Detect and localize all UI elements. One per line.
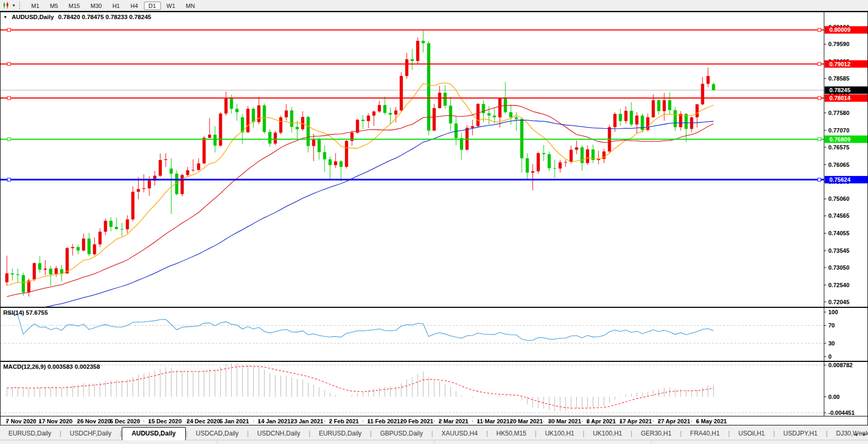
price-chart-canvas[interactable]: 0.801000.795900.790850.785850.780800.775… [1,12,868,307]
time-axis-label: 30 Mar 2021 [548,418,581,424]
time-axis[interactable]: 7 Nov 202017 Nov 202026 Nov 20205 Dec 20… [1,416,867,425]
rsi-indicator-label: RSI(14) 57.6755 [3,309,48,316]
time-axis-label: 2 Feb 2021 [329,418,359,424]
chart-tabs: EURUSD,Daily|USDCHF,Daily|AUDUSD,Daily|U… [0,427,868,440]
moving-averages [7,83,713,307]
chart-ohlc-values: 0.78420 0.78475 0.78233 0.78245 [58,14,151,20]
macd-canvas: 0.0087820.00-0.004451 [1,362,868,416]
svg-text:0.75624: 0.75624 [829,176,851,183]
chart-tab-usdchf-daily[interactable]: USDCHF,Daily [61,428,120,440]
svg-text:0.80009: 0.80009 [829,26,851,33]
chart-title: ▼ AUDUSD,Daily 0.78420 0.78475 0.78233 0… [3,14,151,20]
time-axis-label: 17 Nov 2020 [39,418,73,424]
timeframe-button-W1[interactable]: W1 [162,2,180,10]
svg-text:0.78245: 0.78245 [829,87,851,93]
timeframe-button-M30[interactable]: M30 [86,2,106,10]
svg-text:0.74565: 0.74565 [828,212,849,219]
tab-scroll-controls: ◄ ► [853,432,867,437]
chart-symbol-label: AUDUSD,Daily [12,14,54,20]
rsi-line [7,313,713,341]
svg-text:0.73545: 0.73545 [828,247,849,254]
time-axis-label: 8 Apr 2021 [586,418,616,424]
macd-pane[interactable]: MACD(12,26,9) 0.003583 0.002358 0.008782… [1,361,867,416]
time-axis-label: 20 Mar 2021 [510,418,542,424]
svg-text:0.79590: 0.79590 [828,41,849,47]
svg-text:0.73050: 0.73050 [828,264,849,271]
time-axis-label: 26 Nov 2020 [77,418,111,424]
chart-tab-hk50-m15[interactable]: HK50,M15 [488,428,535,440]
chart-tab-usoil-h1[interactable]: USOil,H1 [730,428,773,440]
chart-tab-ger30-h1[interactable]: GER30,H1 [632,428,680,440]
time-axis-label: 27 Apr 2021 [658,418,690,424]
timeframe-buttons: M1M5M15M30H1H4D1W1MN [26,1,200,10]
rsi-canvas: 10070300 [1,308,868,361]
mt4-terminal: ▼ M1M5M15M30H1H4D1W1MN ▼ AUDUSD,Daily 0.… [0,0,868,444]
svg-text:100: 100 [828,309,838,315]
svg-text:0.72045: 0.72045 [828,299,849,305]
rsi-pane[interactable]: RSI(14) 57.6755 10070300 [1,307,867,361]
timeframe-button-M1[interactable]: M1 [26,2,44,10]
macd-signal-line [7,366,713,408]
macd-indicator-label: MACD(12,26,9) 0.003583 0.002358 [3,363,100,370]
time-axis-label: 6 May 2021 [696,418,727,424]
time-axis-label: 24 Dec 2020 [187,418,220,424]
svg-text:0.76065: 0.76065 [828,162,849,168]
chart-cursor-icon[interactable] [1,1,11,10]
time-axis-label: 23 Jan 2021 [291,418,323,424]
status-separator [217,441,218,443]
timeframe-toolbar: ▼ M1M5M15M30H1H4D1W1MN [0,0,868,11]
chevron-down-icon[interactable]: ▼ [11,3,17,8]
chart-tab-usdjpy-h1[interactable]: USDJPY,H1 [775,428,826,440]
time-axis-label: 20 Feb 2021 [400,418,433,424]
svg-text:0.008782: 0.008782 [828,362,853,368]
status-bar [0,440,868,444]
chart-window: ▼ AUDUSD,Daily 0.78420 0.78475 0.78233 0… [0,11,868,425]
time-axis-label: 15 Dec 2020 [148,418,182,424]
candlesticks [5,30,715,296]
tab-scroll-left-icon[interactable]: ◄ [853,432,858,437]
toolbar-grip [19,2,23,9]
chart-dropdown-arrow[interactable]: ▼ [3,15,7,20]
svg-text:0.75060: 0.75060 [828,196,849,202]
timeframe-button-M5[interactable]: M5 [45,2,62,10]
mini-candles-icon [2,2,10,9]
svg-text:0.78014: 0.78014 [829,95,851,101]
svg-text:0.77070: 0.77070 [828,127,849,134]
time-axis-label: 14 Jan 2021 [258,418,291,424]
svg-text:70: 70 [828,322,835,328]
chart-tab-eurusd-daily[interactable]: EURUSD,Daily [0,428,60,440]
chart-tab-fra40-h1[interactable]: FRA40,H1 [682,428,728,440]
status-separator [434,441,435,443]
chart-tab-usdcad-daily[interactable]: USDCAD,Daily [187,428,247,440]
chart-tab-gbpusd-daily[interactable]: GBPUSD,Daily [372,428,431,440]
macd-histogram [7,363,713,411]
svg-text:0.00: 0.00 [828,394,839,400]
timeframe-button-M15[interactable]: M15 [64,2,85,10]
timeframe-button-D1[interactable]: D1 [144,2,161,10]
tab-scroll-right-icon[interactable]: ► [862,432,867,437]
time-axis-label: 5 Dec 2020 [110,418,140,424]
chart-tab-audusd-daily[interactable]: AUDUSD,Daily [122,427,186,440]
time-axis-label: 5 Jan 2021 [220,418,249,424]
time-axis-label: 11 Mar 2021 [477,418,510,424]
svg-text:-0.004451: -0.004451 [828,410,855,416]
chart-tab-xauusd-h4[interactable]: XAUUSD,H4 [433,428,486,440]
svg-text:0.74055: 0.74055 [828,230,849,236]
timeframe-button-H1[interactable]: H1 [107,2,124,10]
svg-text:30: 30 [828,340,835,347]
svg-text:0.76809: 0.76809 [829,136,851,143]
timeframe-button-MN[interactable]: MN [181,2,200,10]
chart-tab-bar: EURUSD,Daily|USDCHF,Daily|AUDUSD,Daily|U… [0,425,868,440]
svg-text:0.72540: 0.72540 [828,282,849,288]
time-axis-label: 11 Feb 2021 [367,418,400,424]
chart-tab-uk100-h1[interactable]: UK100,H1 [537,428,583,440]
timeframe-button-H4[interactable]: H4 [125,2,142,10]
time-axis-label: 2 Mar 2021 [439,418,468,424]
time-axis-label: 17 Apr 2021 [619,418,652,424]
chart-tab-usdcnh-daily[interactable]: USDCNH,Daily [249,428,309,440]
chart-tab-eurusd-daily[interactable]: EURUSD,Daily [310,428,370,440]
chart-tab-uk100-h1[interactable]: UK100,H1 [584,428,630,440]
price-pane[interactable]: ▼ AUDUSD,Daily 0.78420 0.78475 0.78233 0… [1,12,867,307]
time-axis-label: 7 Nov 2020 [6,418,36,424]
svg-text:0: 0 [828,353,831,360]
